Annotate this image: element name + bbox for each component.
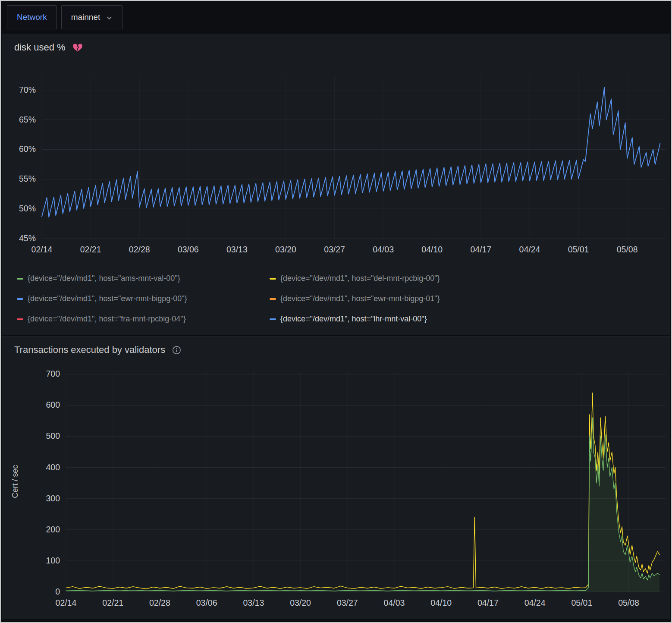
x-tick-label: 05/08 <box>617 245 638 254</box>
y-tick-label: 55% <box>19 174 36 183</box>
x-tick-label: 04/24 <box>524 598 546 607</box>
network-variable-label[interactable]: Network <box>7 5 57 29</box>
x-tick-label: 03/06 <box>178 245 199 254</box>
legend-series-label: {device="/dev/md1", host="lhr-mnt-val-00… <box>280 315 427 324</box>
panel-transactions-header: Transactions executed by validators <box>2 337 670 357</box>
info-circle-icon[interactable] <box>172 346 181 355</box>
legend-item-1[interactable]: {device="/dev/md1", host="ams-mnt-val-00… <box>17 274 258 283</box>
y-tick-label: 600 <box>46 400 60 409</box>
y-tick-label: 100 <box>46 556 60 565</box>
legend-series-swatch <box>270 298 276 300</box>
legend-item-5[interactable]: {device="/dev/md1", host="fra-mnt-rpcbig… <box>17 315 258 324</box>
network-variable-label-text: Network <box>17 13 47 22</box>
y-axis-title: Cert / sec <box>11 465 19 498</box>
legend-series-label: {device="/dev/md1", host="ewr-mnt-bigpg-… <box>28 294 187 303</box>
topbar: Network mainnet <box>1 1 671 34</box>
x-tick-label: 03/20 <box>275 245 296 254</box>
legend-item-4[interactable]: {device="/dev/md1", host="ewr-mnt-bigpg-… <box>270 294 511 303</box>
transactions-chart[interactable]: 02/1402/2102/2803/0603/1303/2003/2704/03… <box>2 360 672 619</box>
x-tick-label: 04/17 <box>477 598 499 607</box>
panel-transactions-title[interactable]: Transactions executed by validators <box>14 344 165 356</box>
chevron-down-icon <box>106 15 113 21</box>
panel-disk-used: disk used % 02/1402/2102/2803/0603/1303/… <box>2 34 670 335</box>
legend-series-swatch <box>270 318 276 320</box>
panel-transactions: Transactions executed by validators 02/1… <box>2 336 670 619</box>
x-tick-label: 03/20 <box>290 598 311 607</box>
x-tick-label: 04/10 <box>430 598 452 607</box>
grafana-dashboard: Network mainnet disk used % 02/1402/2102… <box>0 0 672 623</box>
y-tick-label: 65% <box>19 115 36 124</box>
series-fill-2 <box>66 418 659 592</box>
y-tick-label: 500 <box>46 431 60 441</box>
legend-series-label: {device="/dev/md1", host="ams-mnt-val-00… <box>28 274 180 283</box>
x-tick-label: 03/27 <box>337 598 358 607</box>
x-tick-label: 04/03 <box>384 598 405 607</box>
x-tick-label: 04/17 <box>470 245 491 254</box>
x-tick-label: 02/14 <box>31 245 53 254</box>
series-line-1 <box>66 393 659 589</box>
legend-item-6[interactable]: {device="/dev/md1", host="lhr-mnt-val-00… <box>270 315 511 324</box>
y-tick-label: 45% <box>19 233 36 243</box>
disk-legend: {device="/dev/md1", host="ams-mnt-val-00… <box>2 267 670 335</box>
x-tick-label: 04/10 <box>421 245 443 254</box>
legend-series-label: {device="/dev/md1", host="fra-mnt-rpcbig… <box>28 315 186 324</box>
panel-disk-used-header: disk used % <box>2 34 670 55</box>
disk-used-chart[interactable]: 02/1402/2102/2803/0603/1303/2003/2704/03… <box>2 57 672 267</box>
series-line-1 <box>42 87 660 217</box>
legend-item-2[interactable]: {device="/dev/md1", host="del-mnt-rpcbig… <box>270 274 511 283</box>
y-tick-label: 0 <box>55 587 60 596</box>
y-tick-label: 700 <box>46 369 60 378</box>
x-tick-label: 03/06 <box>196 598 217 607</box>
legend-series-swatch <box>270 278 276 280</box>
network-variable-value: mainnet <box>71 13 100 22</box>
y-tick-label: 400 <box>46 463 60 472</box>
x-tick-label: 03/27 <box>324 245 345 254</box>
x-tick-label: 05/01 <box>571 598 592 607</box>
legend-series-swatch <box>17 318 23 320</box>
series-line-2 <box>66 418 659 591</box>
x-tick-label: 02/28 <box>149 598 170 607</box>
y-tick-label: 50% <box>19 204 36 213</box>
y-tick-label: 300 <box>46 494 60 503</box>
legend-series-swatch <box>17 278 23 280</box>
x-tick-label: 02/21 <box>102 598 123 607</box>
legend-item-3[interactable]: {device="/dev/md1", host="ewr-mnt-bigpg-… <box>17 294 258 303</box>
x-tick-label: 03/13 <box>226 245 248 254</box>
panel-disk-used-title[interactable]: disk used % <box>14 42 66 53</box>
alert-broken-heart-icon[interactable] <box>72 43 83 52</box>
legend-series-label: {device="/dev/md1", host="ewr-mnt-bigpg-… <box>280 294 440 303</box>
x-tick-label: 05/01 <box>568 245 589 254</box>
legend-series-swatch <box>17 298 23 300</box>
x-tick-label: 04/24 <box>519 245 540 254</box>
x-tick-label: 05/08 <box>618 598 639 607</box>
y-tick-label: 70% <box>19 85 36 94</box>
network-variable-dropdown[interactable]: mainnet <box>61 5 123 29</box>
x-tick-label: 02/28 <box>129 245 150 254</box>
y-tick-label: 60% <box>19 144 36 154</box>
y-tick-label: 200 <box>46 525 60 534</box>
x-tick-label: 04/03 <box>373 245 394 254</box>
x-tick-label: 02/14 <box>56 598 77 607</box>
legend-series-label: {device="/dev/md1", host="del-mnt-rpcbig… <box>280 274 440 283</box>
x-tick-label: 03/13 <box>243 598 264 607</box>
x-tick-label: 02/21 <box>80 245 101 254</box>
